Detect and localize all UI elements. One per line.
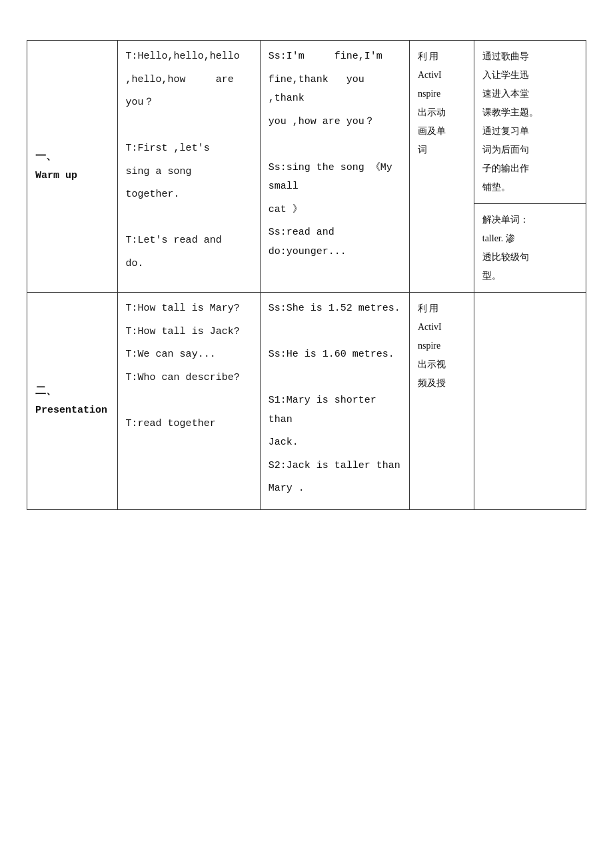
resource-warmup: 利 用ActivInspire出示动画及单词 bbox=[409, 41, 474, 293]
teacher-presentation: T:How tall is Mary? T:How tall is Jack? … bbox=[117, 293, 260, 510]
lesson-table: 一、 Warm up T:Hello,hello,hello ,hello,ho… bbox=[27, 40, 586, 510]
resource-presentation: 利 用ActivInspire出示视频及授 bbox=[409, 293, 474, 510]
section-presentation-title: 二、 Presentation bbox=[35, 381, 109, 421]
teacher-warmup: T:Hello,hello,hello ,hello,how are you？ … bbox=[117, 41, 260, 293]
section-warmup-title: 一、 Warm up bbox=[35, 147, 109, 186]
section-warmup: 一、 Warm up bbox=[27, 41, 118, 293]
table-row-presentation: 二、 Presentation T:How tall is Mary? T:Ho… bbox=[27, 293, 586, 510]
table-row: 一、 Warm up T:Hello,hello,hello ,hello,ho… bbox=[27, 41, 586, 204]
student-presentation: Ss:She is 1.52 metres. Ss:He is 1.60 met… bbox=[260, 293, 409, 510]
notes-warmup-bottom: 解决单词： taller. 渗 透比较级句 型。 bbox=[474, 204, 586, 293]
page-container: 一、 Warm up T:Hello,hello,hello ,hello,ho… bbox=[27, 40, 586, 510]
section-presentation: 二、 Presentation bbox=[27, 293, 118, 510]
notes-presentation bbox=[474, 293, 586, 510]
notes-warmup-top: 通过歌曲导 入让学生迅 速进入本堂 课教学主题。 通过复习单 词为后面句 子的输… bbox=[474, 41, 586, 204]
student-warmup: Ss:I'm fine,I'm fine,thank you ,thank yo… bbox=[260, 41, 409, 293]
